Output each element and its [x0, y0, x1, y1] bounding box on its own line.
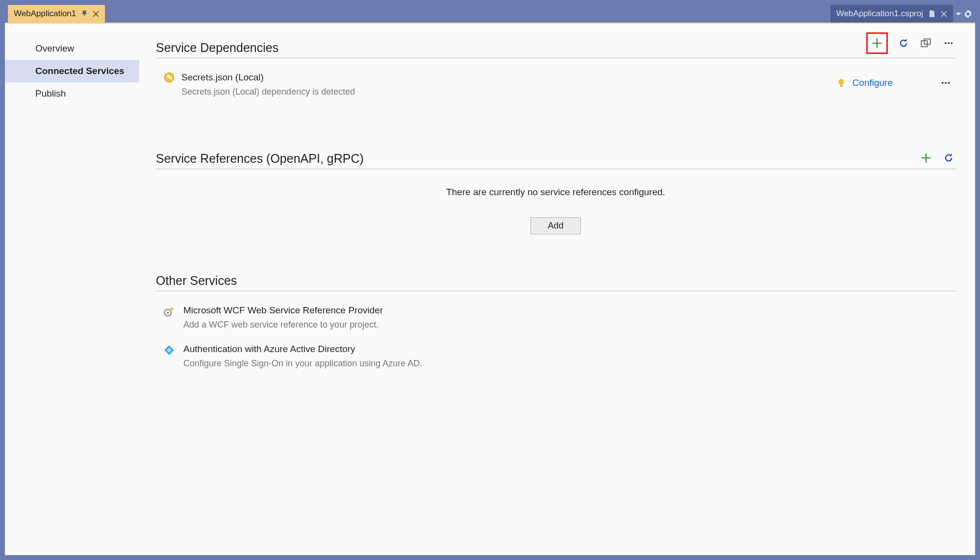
other-service-desc: Add a WCF web service reference to your …	[183, 320, 383, 330]
section-title: Service References (OpenAPI, gRPC)	[156, 152, 364, 166]
section-title: Service Dependencies	[156, 41, 278, 55]
add-reference-button[interactable]: Add	[530, 217, 580, 234]
section-header-references: Service References (OpenAPI, gRPC)	[156, 151, 955, 169]
sidebar-item-publish[interactable]: Publish	[5, 82, 139, 105]
svg-rect-8	[840, 86, 842, 87]
svg-point-4	[948, 42, 950, 44]
section-title: Other Services	[156, 274, 237, 288]
add-reference-button[interactable]	[919, 151, 933, 165]
sidebar-item-label: Connected Services	[35, 66, 125, 76]
configure-link[interactable]: Configure	[853, 77, 893, 88]
tab-title: WebApplication1	[14, 9, 76, 19]
wcf-icon	[164, 305, 176, 330]
close-icon[interactable]	[93, 11, 99, 17]
tab-strip: WebApplication1 WebApplication1.csproj	[5, 5, 975, 23]
svg-point-13	[167, 312, 169, 314]
popout-icon[interactable]	[919, 36, 933, 50]
svg-point-3	[945, 42, 947, 44]
file-icon	[928, 10, 936, 18]
svg-point-9	[942, 82, 944, 84]
other-service-wcf[interactable]: Microsoft WCF Web Service Reference Prov…	[156, 291, 955, 330]
refresh-icon[interactable]	[942, 151, 955, 165]
pin-icon[interactable]	[81, 10, 88, 17]
gear-icon[interactable]	[964, 10, 972, 18]
refresh-icon[interactable]	[897, 36, 910, 50]
sidebar: Overview Connected Services Publish	[5, 24, 139, 555]
other-service-aad[interactable]: Authentication with Azure Active Directo…	[156, 330, 955, 369]
dependency-title: Secrets.json (Local)	[181, 72, 355, 83]
sidebar-item-label: Publish	[35, 88, 66, 99]
section-header-other: Other Services	[156, 274, 955, 291]
sidebar-item-label: Overview	[35, 43, 74, 53]
svg-point-0	[967, 13, 969, 15]
add-dependency-button[interactable]	[866, 32, 888, 54]
other-service-title: Authentication with Azure Active Directo…	[183, 344, 422, 355]
azure-ad-icon	[164, 344, 176, 369]
svg-point-10	[945, 82, 947, 84]
tab-webapplication1[interactable]: WebApplication1	[8, 5, 105, 23]
tab-csproj[interactable]: WebApplication1.csproj	[830, 5, 953, 23]
references-empty-message: There are currently no service reference…	[156, 187, 955, 198]
secrets-icon	[164, 72, 175, 97]
dependency-row: Secrets.json (Local) Secrets.json (Local…	[156, 58, 955, 97]
svg-point-11	[948, 82, 950, 84]
sidebar-item-connected-services[interactable]: Connected Services	[5, 60, 139, 82]
chevron-down-icon[interactable]	[955, 10, 962, 17]
dependency-subtitle: Secrets.json (Local) dependency is detec…	[181, 87, 355, 97]
section-header-dependencies: Service Dependencies	[156, 32, 955, 58]
svg-point-5	[951, 42, 953, 44]
more-icon[interactable]	[942, 36, 955, 50]
other-service-desc: Configure Single Sign-On in your applica…	[183, 358, 422, 369]
other-service-title: Microsoft WCF Web Service Reference Prov…	[183, 305, 383, 316]
close-icon[interactable]	[941, 11, 947, 17]
tab-title: WebApplication1.csproj	[836, 9, 923, 19]
more-icon[interactable]	[939, 76, 953, 90]
sidebar-item-overview[interactable]: Overview	[5, 37, 139, 60]
lightbulb-icon	[837, 78, 846, 87]
